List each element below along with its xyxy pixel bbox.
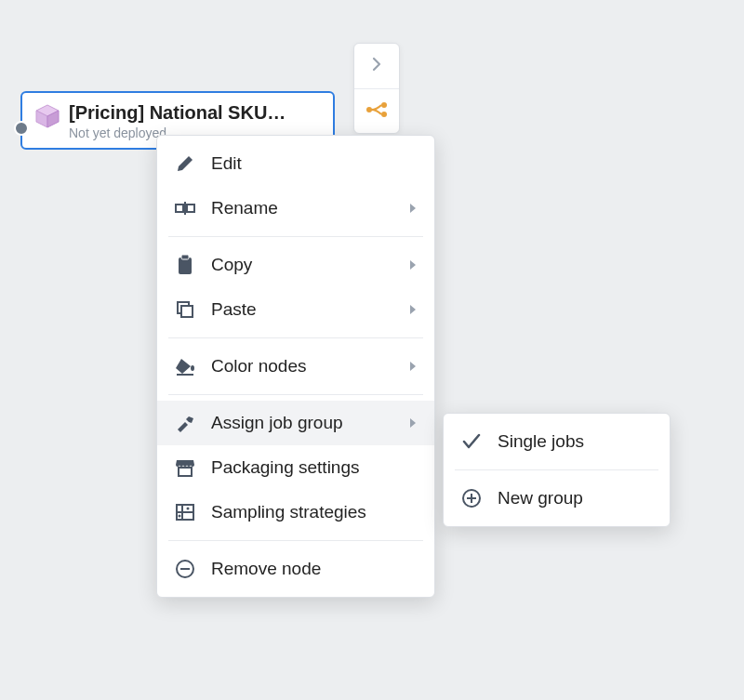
menu-item-color-nodes[interactable]: Color nodes [157,344,434,389]
submenu-item-single-jobs[interactable]: Single jobs [444,419,670,464]
menu-divider [168,337,423,338]
svg-point-2 [381,112,387,117]
context-menu: Edit Rename Copy Paste Color [156,135,435,598]
rename-icon [174,197,196,219]
check-icon [460,430,483,453]
svg-rect-6 [176,205,183,212]
node-connector[interactable] [14,121,29,136]
chevron-right-icon [408,259,418,271]
menu-item-assign-job-group[interactable]: Assign job group [157,401,434,445]
menu-divider [168,394,423,395]
menu-label: Paste [211,299,257,320]
hammer-icon [174,412,196,434]
svg-point-20 [179,515,181,518]
svg-rect-7 [187,205,194,212]
menu-label: Copy [211,255,252,275]
expand-button[interactable] [354,44,399,88]
submenu-label: New group [498,488,583,508]
node-toolbar [353,43,400,134]
menu-item-remove-node[interactable]: Remove node [157,547,434,591]
menu-divider [168,540,423,541]
sampling-icon [174,501,196,523]
svg-point-1 [381,102,387,108]
chevron-right-icon [408,203,418,214]
plus-circle-icon [460,487,483,509]
menu-item-packaging-settings[interactable]: Packaging settings [157,445,434,490]
paint-bucket-icon [174,355,196,377]
remove-circle-icon [174,558,196,580]
menu-divider [455,469,658,470]
paste-icon [174,298,196,321]
menu-label: Edit [211,153,242,174]
svg-rect-15 [179,468,192,476]
chevron-right-icon [408,361,418,372]
svg-point-14 [191,365,194,371]
menu-label: Sampling strategies [211,502,366,522]
menu-label: Rename [211,198,278,218]
store-icon [174,456,196,479]
more-actions-button[interactable] [354,88,399,133]
menu-divider [168,236,423,237]
assign-job-group-submenu: Single jobs New group [443,413,671,527]
menu-item-rename[interactable]: Rename [157,186,434,231]
chevron-right-icon [369,57,384,75]
submenu-label: Single jobs [498,431,584,452]
submenu-item-new-group[interactable]: New group [444,476,670,521]
svg-rect-10 [181,255,189,259]
cube-icon [33,102,61,130]
menu-item-copy[interactable]: Copy [157,243,434,287]
menu-label: Assign job group [211,413,343,433]
menu-item-sampling-strategies[interactable]: Sampling strategies [157,490,434,535]
chevron-right-icon [408,304,418,315]
menu-label: Packaging settings [211,457,360,478]
menu-label: Color nodes [211,356,306,376]
node-title: [Pricing] National SKU… [69,102,320,124]
branch-icon [365,100,388,123]
menu-label: Remove node [211,559,321,579]
chevron-right-icon [408,417,418,429]
clipboard-icon [174,254,196,276]
menu-item-edit[interactable]: Edit [157,141,434,186]
svg-rect-9 [179,258,192,274]
svg-point-19 [187,508,190,510]
pencil-icon [174,152,196,175]
menu-item-paste[interactable]: Paste [157,287,434,332]
svg-rect-12 [181,306,193,317]
